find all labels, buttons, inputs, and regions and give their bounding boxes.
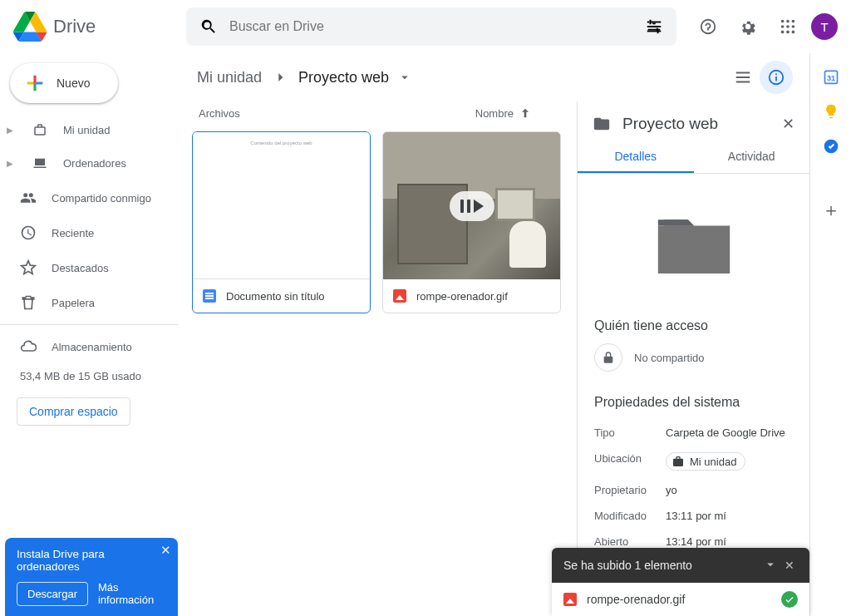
details-toggle-button[interactable] [760,61,793,94]
support-button[interactable] [691,10,725,43]
svg-point-8 [792,20,795,23]
details-tabs: Detalles Actividad [578,141,809,174]
nav-starred[interactable]: Destacados [0,251,179,284]
header: Drive T [0,0,851,53]
nav-label: Destacados [52,262,109,274]
nav-computers[interactable]: ▶ Ordenadores [0,146,179,180]
nav-label: Papelera [52,297,95,309]
settings-button[interactable] [731,10,765,43]
sidebar: Nuevo ▶ Mi unidad ▶ Ordenadores Comparti… [0,53,179,616]
files-section-label: Archivos [199,107,240,120]
nav-label: Compartido conmigo [52,192,151,205]
prop-row: Propietarioyo [594,477,793,503]
nav-label: Reciente [52,227,94,239]
gear-icon [739,17,757,36]
chevron-down-icon[interactable] [397,70,412,85]
access-status-row[interactable]: No compartido [594,343,793,372]
svg-rect-5 [657,29,659,34]
tab-activity[interactable]: Actividad [694,141,810,173]
details-panel: Proyecto web ✕ Detalles Actividad Quién … [577,101,809,616]
logo-area[interactable]: Drive [13,10,180,43]
docs-file-icon [203,289,216,303]
sort-button[interactable]: Nombre [475,106,532,120]
close-promo-button[interactable]: ✕ [160,543,171,558]
svg-rect-0 [647,22,662,23]
nav-shared[interactable]: Compartido conmigo [0,181,179,214]
file-card[interactable]: rompe-orenador.gif [382,131,561,313]
trash-icon [20,294,37,311]
breadcrumb-current[interactable]: Proyecto web [293,66,394,90]
upload-file-name: rompe-orenador.gif [587,593,685,606]
svg-point-12 [781,31,785,34]
upload-toast-title: Se ha subido 1 elemento [563,559,692,572]
calendar-icon[interactable]: 31 [823,68,839,85]
promo-title: Instala Drive para ordenadores [17,548,153,573]
buy-storage-button[interactable]: Comprar espacio [17,397,130,426]
chevron-right-icon [272,69,288,86]
account-avatar[interactable]: T [811,13,838,40]
plus-icon [23,71,47,95]
prop-row: UbicaciónMi unidad [594,446,793,477]
list-icon [734,68,752,86]
recent-icon [20,224,37,241]
breadcrumb-root[interactable]: Mi unidad [192,66,267,90]
nav-my-drive[interactable]: ▶ Mi unidad [0,113,179,146]
file-name: Documento sin título [226,290,325,303]
add-addon-button[interactable]: ＋ [822,198,840,223]
prop-row: Modificado13:11 por mí [594,503,793,529]
file-thumbnail [383,132,560,279]
nav-label: Almacenamiento [52,341,132,353]
chevron-right-icon: ▶ [7,126,17,135]
svg-rect-1 [647,26,662,27]
apps-button[interactable] [771,10,804,43]
access-status: No compartido [634,352,705,364]
nav-storage[interactable]: Almacenamiento [0,330,179,363]
svg-text:31: 31 [826,74,834,82]
upload-toast: Se ha subido 1 elemento ✕ rompe-orenador… [552,548,809,616]
search-bar[interactable] [186,7,676,46]
prop-row: TipoCarpeta de Google Drive [594,420,793,446]
close-toast-button[interactable]: ✕ [781,555,798,575]
folder-icon [593,115,611,133]
svg-rect-4 [650,20,652,25]
new-button-label: Nuevo [57,76,90,90]
svg-point-6 [781,20,785,23]
main: Mi unidad Proyecto web Archivos Nombre [179,53,809,616]
tab-details[interactable]: Detalles [578,141,694,173]
close-details-button[interactable]: ✕ [782,115,794,133]
breadcrumb-bar: Mi unidad Proyecto web [179,53,809,101]
file-card[interactable]: Contenido del proyecto web Documento sin… [192,131,371,313]
location-pill[interactable]: Mi unidad [666,452,745,471]
drive-logo-icon [13,10,47,43]
keep-icon[interactable] [823,103,839,120]
list-view-button[interactable] [726,61,760,94]
search-icon [199,17,218,36]
folder-preview [578,174,809,307]
minimize-toast-button[interactable] [760,554,781,578]
my-drive-icon [32,122,48,137]
brand-name: Drive [53,16,96,37]
storage-used-text: 53,4 MB de 15 GB usado [0,363,179,389]
info-icon [767,68,785,86]
props-heading: Propiedades del sistema [594,395,793,410]
nav-recent[interactable]: Reciente [0,216,179,249]
svg-point-11 [792,25,795,28]
search-options-icon[interactable] [645,17,663,36]
image-file-icon [393,289,406,303]
new-button[interactable]: Nuevo [10,63,118,103]
file-listing: Archivos Nombre Contenido del proyecto w… [179,101,577,616]
svg-rect-2 [647,31,662,32]
svg-point-14 [792,31,795,34]
check-icon [781,591,798,608]
promo-toast: ✕ Instala Drive para ordenadores Descarg… [5,538,178,616]
apps-grid-icon [779,17,797,36]
nav-trash[interactable]: Papelera [0,286,179,319]
computers-icon [32,155,48,170]
upload-item-row[interactable]: rompe-orenador.gif [552,583,809,616]
svg-point-10 [786,25,790,28]
tasks-icon[interactable] [823,138,839,155]
search-input[interactable] [229,19,633,34]
cloud-icon [20,338,37,355]
more-info-link[interactable]: Más información [98,581,154,606]
download-button[interactable]: Descargar [17,582,88,606]
